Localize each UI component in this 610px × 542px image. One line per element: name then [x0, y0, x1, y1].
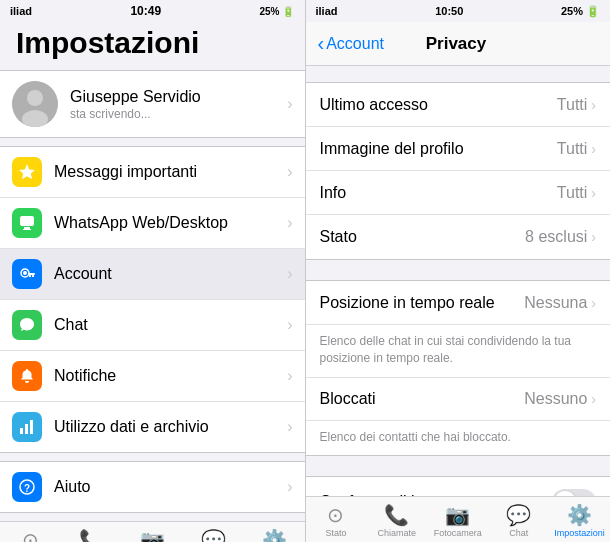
- left-panel: iliad 10:49 25% 🔋 Impostazioni Giuseppe …: [0, 0, 305, 542]
- chevron-icon: ›: [287, 316, 292, 334]
- tab-fotocamera-left[interactable]: 📷 Fotocamera: [122, 528, 183, 542]
- menu-label-messaggi: Messaggi importanti: [54, 163, 281, 181]
- tab-stato-right[interactable]: ⊙ Stato: [306, 503, 367, 538]
- impostazioni-icon-left: ⚙️: [262, 528, 287, 542]
- tab-chat-left[interactable]: 💬 Chat: [183, 528, 244, 542]
- privacy-section-2: Posizione in tempo reale Nessuna › Elenc…: [306, 280, 611, 456]
- privacy-section-1: Ultimo accesso Tutti › Immagine del prof…: [306, 82, 611, 260]
- tab-chiamate-right[interactable]: 📞 Chiamate: [366, 503, 427, 538]
- tab-impostazioni-left[interactable]: ⚙️ Impostazioni: [244, 528, 305, 542]
- avatar: [12, 81, 58, 127]
- chevron-icon: ›: [591, 97, 596, 113]
- svg-text:?: ?: [24, 483, 30, 494]
- chat-tab-icon: 💬: [201, 528, 226, 542]
- bloccati-info: Elenco dei contatti che hai bloccato.: [306, 421, 611, 456]
- key-icon-wrap: [12, 259, 42, 289]
- battery-right: 25% 🔋: [561, 5, 600, 18]
- time-right: 10:50: [435, 5, 463, 17]
- posizione-info: Elenco delle chat in cui stai condividen…: [306, 325, 611, 377]
- chat-tab-icon-right: 💬: [506, 503, 531, 527]
- privacy-section-3: Conferme di lettura Se disattivi le conf…: [306, 476, 611, 496]
- tab-bar-right: ⊙ Stato 📞 Chiamate 📷 Fotocamera 💬 Chat ⚙…: [306, 496, 611, 542]
- svg-point-8: [23, 271, 27, 275]
- tab-impostazioni-right[interactable]: ⚙️ Impostazioni: [549, 503, 610, 538]
- profile-section: Giuseppe Servidio sta scrivendo... ›: [0, 70, 305, 138]
- profile-item[interactable]: Giuseppe Servidio sta scrivendo... ›: [0, 71, 305, 137]
- svg-rect-10: [32, 275, 34, 277]
- menu-item-utilizzo[interactable]: Utilizzo dati e archivio ›: [0, 402, 305, 452]
- svg-rect-12: [20, 428, 23, 434]
- back-button[interactable]: ‹ Account: [318, 32, 384, 55]
- chevron-icon: ›: [287, 265, 292, 283]
- carrier-right: iliad: [316, 5, 338, 17]
- tab-bar-left: ⊙ Stato 📞 Chiamate 📷 Fotocamera 💬 Chat ⚙…: [0, 521, 305, 542]
- time-left: 10:49: [130, 4, 161, 18]
- menu-item-account[interactable]: Account ›: [0, 249, 305, 300]
- menu-item-notifiche[interactable]: Notifiche ›: [0, 351, 305, 402]
- chevron-icon: ›: [287, 95, 292, 113]
- menu-label-account: Account: [54, 265, 281, 283]
- status-bar-left: iliad 10:49 25% 🔋: [0, 0, 305, 22]
- menu-label-chat: Chat: [54, 316, 281, 334]
- svg-rect-5: [24, 227, 30, 229]
- status-bar-right: iliad 10:50 25% 🔋: [306, 0, 611, 22]
- svg-rect-14: [30, 420, 33, 434]
- menu-label-aiuto: Aiuto: [54, 478, 281, 496]
- fotocamera-icon: 📷: [140, 528, 165, 542]
- chevron-icon: ›: [591, 295, 596, 311]
- fotocamera-icon-right: 📷: [445, 503, 470, 527]
- row-bloccati[interactable]: Bloccati Nessuno ›: [306, 377, 611, 421]
- menu-item-messaggi[interactable]: Messaggi importanti ›: [0, 147, 305, 198]
- svg-rect-13: [25, 424, 28, 434]
- nav-bar-right: ‹ Account Privacy: [306, 22, 611, 66]
- page-title: Impostazioni: [0, 22, 305, 70]
- conferme-toggle[interactable]: [552, 489, 596, 496]
- menu-label-notifiche: Notifiche: [54, 367, 281, 385]
- menu-section-3: ? Aiuto ›: [0, 461, 305, 513]
- profile-name: Giuseppe Servidio: [70, 88, 281, 106]
- profile-text: Giuseppe Servidio sta scrivendo...: [70, 88, 281, 121]
- chevron-left-icon: ‹: [318, 32, 325, 55]
- menu-item-aiuto[interactable]: ? Aiuto ›: [0, 462, 305, 512]
- chevron-icon: ›: [591, 185, 596, 201]
- menu-label-utilizzo: Utilizzo dati e archivio: [54, 418, 281, 436]
- tab-stato-left[interactable]: ⊙ Stato: [0, 528, 61, 542]
- chevron-icon: ›: [591, 229, 596, 245]
- chevron-icon: ›: [287, 163, 292, 181]
- tab-chat-right[interactable]: 💬 Chat: [488, 503, 549, 538]
- profile-subtitle: sta scrivendo...: [70, 107, 281, 121]
- tab-fotocamera-right[interactable]: 📷 Fotocamera: [427, 503, 488, 538]
- stato-icon-right: ⊙: [327, 503, 344, 527]
- monitor-icon-wrap: [12, 208, 42, 238]
- chiamate-icon: 📞: [79, 528, 104, 542]
- right-panel: iliad 10:50 25% 🔋 ‹ Account Privacy Ulti…: [306, 0, 611, 542]
- carrier-left: iliad: [10, 5, 32, 17]
- back-label: Account: [326, 35, 384, 53]
- row-info[interactable]: Info Tutti ›: [306, 171, 611, 215]
- menu-item-chat[interactable]: Chat ›: [0, 300, 305, 351]
- menu-label-whatsapp: WhatsApp Web/Desktop: [54, 214, 281, 232]
- chat-icon-wrap: [12, 310, 42, 340]
- star-icon-wrap: [12, 157, 42, 187]
- menu-item-whatsapp[interactable]: WhatsApp Web/Desktop ›: [0, 198, 305, 249]
- row-conferme: Conferme di lettura: [306, 477, 611, 496]
- chart-icon-wrap: [12, 412, 42, 442]
- chevron-icon: ›: [591, 391, 596, 407]
- chevron-icon: ›: [591, 141, 596, 157]
- row-immagine-profilo[interactable]: Immagine del profilo Tutti ›: [306, 127, 611, 171]
- impostazioni-icon-right: ⚙️: [567, 503, 592, 527]
- chevron-icon: ›: [287, 367, 292, 385]
- row-posizione[interactable]: Posizione in tempo reale Nessuna ›: [306, 281, 611, 325]
- svg-rect-11: [29, 275, 31, 277]
- battery-left: 25% 🔋: [259, 6, 294, 17]
- chevron-icon: ›: [287, 418, 292, 436]
- svg-marker-3: [19, 164, 35, 179]
- question-icon-wrap: ?: [12, 472, 42, 502]
- chiamate-icon-right: 📞: [384, 503, 409, 527]
- tab-chiamate-left[interactable]: 📞 Chiamate: [61, 528, 122, 542]
- bell-icon-wrap: [12, 361, 42, 391]
- row-stato[interactable]: Stato 8 esclusi ›: [306, 215, 611, 259]
- row-ultimo-accesso[interactable]: Ultimo accesso Tutti ›: [306, 83, 611, 127]
- svg-rect-6: [23, 229, 31, 230]
- svg-rect-4: [20, 216, 34, 226]
